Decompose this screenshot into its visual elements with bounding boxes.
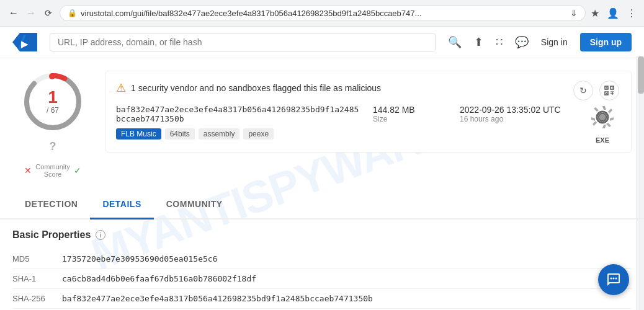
svg-text:▶: ▶ [21,39,29,49]
prop-key-md5: MD5 [12,249,62,269]
score-circle: 1 / 67 [22,71,84,133]
search-input[interactable] [58,37,427,47]
panel-actions: ↻ [573,81,619,100]
browser-chrome: ← → ⟳ 🔒 virustotal.com/gui/file/baf832e4… [0,0,644,27]
search-icon[interactable]: 🔍 [448,35,462,49]
community-score-value: ? [50,140,56,153]
table-row: SHA-1 ca6cb8ad4d6b0e6faaf67db516a0b78600… [12,269,632,289]
refresh-button[interactable]: ↻ [573,81,593,100]
prop-value-sha256: baf832e477ae2ece3efe4a8317b056a412698235… [62,289,632,309]
browser-toolbar: ← → ⟳ 🔒 virustotal.com/gui/file/baf832e4… [0,0,644,26]
tabs-bar: DETECTION DETAILS COMMUNITY [0,190,644,219]
dislike-button[interactable]: ✕ [24,166,32,175]
file-date-value: 2022-09-26 13:35:02 UTC [460,105,571,115]
address-text: virustotal.com/gui/file/baf832e477ae2ece… [81,9,566,18]
info-icon[interactable]: i [96,230,105,240]
svg-rect-11 [606,93,607,94]
apps-icon[interactable]: ∷ [496,35,503,49]
tag-flb-music[interactable]: FLB Music [116,128,161,140]
chat-fab-button[interactable] [598,264,629,295]
back-button[interactable]: ← [7,7,20,19]
basic-properties-section: Basic Properties i MD5 1735720ebe7e30953… [0,219,644,310]
table-row: MD5 1735720ebe7e30953690d05ea015e5c6 [12,249,632,269]
basic-properties-title: Basic Properties i [12,229,632,241]
file-size-value: 144.82 MB [373,105,447,115]
prop-key-sha1: SHA-1 [12,269,62,289]
page-content: MYANTISPYWARE.COM ▶ 🔍 ⬆ ∷ 💬 Sign in Sign… [0,27,644,310]
tab-community[interactable]: COMMUNITY [154,190,235,218]
svg-text:gear: gear [593,126,594,127]
exe-gear-icon: gear [589,104,616,136]
file-info-wrapper: ↻ [105,71,632,178]
svg-point-21 [615,278,617,280]
browser-toolbar-icons: ★ 👤 ⋮ [591,7,637,19]
alert-text: 1 security vendor and no sandboxes flagg… [131,83,381,93]
upload-icon[interactable]: ⬆ [474,35,483,49]
file-date-block: 2022-09-26 13:35:02 UTC 16 hours ago [460,105,571,123]
score-total: / 67 [47,106,59,115]
alert-bar: ⚠ 1 security vendor and no sandboxes fla… [116,81,621,95]
sign-in-button[interactable]: Sign in [541,37,568,47]
analysis-area: 1 / 67 ? ✕ CommunityScore ✓ ↻ [0,58,644,190]
qr-button[interactable] [599,81,619,100]
address-bar[interactable]: 🔒 virustotal.com/gui/file/baf832e477ae2e… [60,5,586,21]
svg-point-17 [599,114,606,120]
tag-assembly[interactable]: assembly [199,128,240,140]
profile-icon[interactable]: 👤 [607,7,619,19]
lock-icon: 🔒 [68,9,77,17]
tag-64bits[interactable]: 64bits [165,128,195,140]
file-meta: baf832e477ae2ece3efe4a8317b056a412698235… [116,105,621,142]
score-text: 1 / 67 [47,89,59,115]
prop-value-sha1: ca6cb8ad4d6b0e6faaf67db516a0b786002f18df [62,269,632,289]
prop-key-sha256: SHA-256 [12,289,62,309]
vt-logo: ▶ [12,33,37,51]
svg-rect-10 [612,87,613,89]
menu-icon[interactable]: ⋮ [627,7,637,19]
tab-detection[interactable]: DETECTION [12,190,90,218]
community-score-label: CommunityScore [35,163,70,178]
file-hash-text: baf832e477ae2ece3efe4a8317b056a412698235… [116,105,360,123]
tab-details[interactable]: DETAILS [90,190,153,219]
like-button[interactable]: ✓ [74,166,81,175]
file-type-icon: gear EXE [584,105,621,142]
alert-icon: ⚠ [116,81,126,95]
community-score-row: ✕ CommunityScore ✓ [24,163,81,178]
svg-rect-9 [606,87,607,89]
file-date-ago: 16 hours ago [460,115,571,123]
score-dot [49,73,55,79]
sign-up-button[interactable]: Sign up [580,33,632,51]
vt-topnav: ▶ 🔍 ⬆ ∷ 💬 Sign in Sign up [0,27,644,58]
bookmark-icon[interactable]: ★ [591,7,599,19]
file-size-block: 144.82 MB Size [373,105,447,123]
file-info-panel: ⚠ 1 security vendor and no sandboxes fla… [105,71,632,153]
file-hash-section: baf832e477ae2ece3efe4a8317b056a412698235… [116,105,360,140]
file-size-label: Size [373,115,447,123]
download-icon[interactable]: ⇓ [570,8,578,18]
vt-nav-icons: 🔍 ⬆ ∷ 💬 [448,35,529,49]
file-type-label: EXE [596,136,609,144]
tag-peexe[interactable]: peexe [243,128,274,140]
chat-icon[interactable]: 💬 [515,35,529,49]
prop-value-md5: 1735720ebe7e30953690d05ea015e5c6 [62,249,632,269]
forward-button[interactable]: → [25,7,37,19]
svg-point-20 [613,278,615,280]
file-tags: FLB Music 64bits assembly peexe [116,128,360,140]
vt-search-bar[interactable] [50,33,436,51]
reload-button[interactable]: ⟳ [42,7,55,19]
table-row: SHA-256 baf832e477ae2ece3efe4a8317b056a4… [12,289,632,309]
svg-point-19 [610,278,612,280]
score-number: 1 [47,89,59,106]
score-panel: 1 / 67 ? ✕ CommunityScore ✓ [12,71,93,178]
props-table: MD5 1735720ebe7e30953690d05ea015e5c6 SHA… [12,249,632,309]
